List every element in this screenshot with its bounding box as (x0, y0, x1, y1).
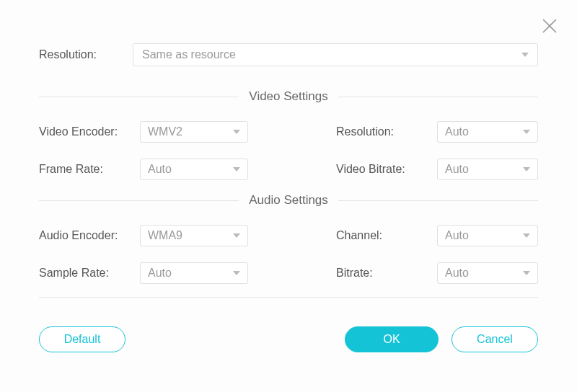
sample-rate-value: Auto (148, 267, 172, 280)
video-encoder-select[interactable]: WMV2 (140, 121, 248, 143)
chevron-down-icon (233, 233, 240, 238)
channel-label: Channel: (336, 229, 437, 242)
ok-button-label: OK (383, 333, 400, 346)
video-encoder-value: WMV2 (148, 125, 182, 138)
video-encoder-label: Video Encoder: (39, 125, 140, 138)
video-resolution-select[interactable]: Auto (437, 121, 538, 143)
audio-settings-title: Audio Settings (239, 193, 338, 208)
channel-value: Auto (445, 229, 469, 242)
audio-bitrate-label: Bitrate: (336, 267, 437, 280)
audio-encoder-select[interactable]: WMA9 (140, 225, 248, 246)
divider (39, 97, 239, 97)
video-settings-title: Video Settings (239, 89, 338, 104)
cancel-button-label: Cancel (477, 333, 513, 346)
chevron-down-icon (523, 271, 530, 275)
divider (39, 200, 239, 201)
chevron-down-icon (523, 233, 530, 238)
video-resolution-label: Resolution: (336, 125, 437, 138)
sample-rate-select[interactable]: Auto (140, 262, 248, 284)
video-settings-header: Video Settings (39, 89, 538, 104)
default-button-label: Default (64, 333, 101, 346)
chevron-down-icon (233, 167, 240, 172)
video-bitrate-label: Video Bitrate: (336, 163, 437, 176)
frame-rate-value: Auto (148, 163, 172, 176)
divider (39, 297, 538, 298)
top-resolution-select[interactable]: Same as resource (133, 43, 538, 66)
cancel-button[interactable]: Cancel (452, 326, 538, 352)
top-resolution-label: Resolution: (39, 48, 133, 61)
frame-rate-select[interactable]: Auto (140, 159, 248, 180)
video-bitrate-select[interactable]: Auto (437, 159, 538, 180)
chevron-down-icon (523, 167, 530, 172)
video-bitrate-value: Auto (445, 163, 469, 176)
divider (338, 97, 538, 97)
frame-rate-label: Frame Rate: (39, 163, 140, 176)
video-resolution-value: Auto (445, 125, 469, 138)
default-button[interactable]: Default (39, 326, 125, 352)
divider (338, 200, 538, 201)
close-icon (541, 17, 558, 35)
sample-rate-label: Sample Rate: (39, 267, 140, 280)
close-button[interactable] (541, 17, 558, 35)
audio-bitrate-select[interactable]: Auto (437, 262, 538, 284)
audio-encoder-value: WMA9 (148, 229, 182, 242)
ok-button[interactable]: OK (345, 326, 439, 352)
audio-encoder-label: Audio Encoder: (39, 229, 140, 242)
chevron-down-icon (233, 271, 240, 275)
top-resolution-value: Same as resource (142, 48, 236, 61)
chevron-down-icon (523, 130, 530, 134)
chevron-down-icon (521, 53, 529, 57)
channel-select[interactable]: Auto (437, 225, 538, 246)
chevron-down-icon (233, 130, 240, 134)
audio-bitrate-value: Auto (445, 267, 469, 280)
audio-settings-header: Audio Settings (39, 193, 538, 208)
